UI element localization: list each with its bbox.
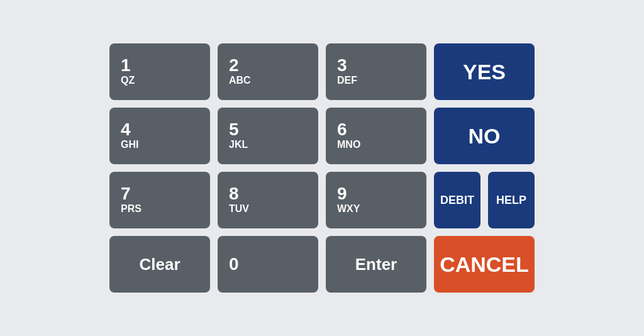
btn-clear[interactable]: Clear	[109, 236, 210, 293]
btn-5-num: 5	[229, 121, 239, 138]
btn-4[interactable]: 4 GHI	[109, 108, 210, 164]
btn-2[interactable]: 2 ABC	[218, 43, 318, 100]
btn-8[interactable]: 8 TUV	[218, 172, 318, 228]
btn-4-letters: GHI	[121, 138, 138, 150]
btn-yes[interactable]: YES	[434, 43, 535, 100]
btn-help[interactable]: HELP	[488, 172, 535, 228]
btn-cancel-label: CANCEL	[440, 252, 529, 277]
btn-no-label: NO	[469, 124, 501, 148]
btn-1-letters: QZ	[121, 74, 135, 86]
btn-debit-label: DEBIT	[440, 194, 474, 207]
btn-debit[interactable]: DEBIT	[434, 172, 480, 228]
btn-9-num: 9	[337, 185, 347, 203]
btn-no[interactable]: NO	[434, 108, 535, 164]
btn-9[interactable]: 9 WXY	[326, 172, 426, 228]
btn-enter[interactable]: Enter	[326, 236, 426, 293]
btn-2-letters: ABC	[229, 74, 251, 86]
btn-7-num: 7	[121, 185, 131, 203]
btn-7-letters: PRS	[121, 203, 142, 215]
debit-help-group: DEBIT HELP	[434, 172, 535, 228]
btn-6[interactable]: 6 MNO	[326, 108, 426, 164]
btn-3-num: 3	[337, 57, 347, 74]
btn-9-letters: WXY	[337, 203, 360, 215]
btn-clear-label: Clear	[139, 255, 180, 274]
btn-enter-label: Enter	[355, 255, 397, 274]
btn-5[interactable]: 5 JKL	[218, 108, 318, 164]
btn-6-letters: MNO	[337, 138, 360, 150]
btn-3-letters: DEF	[337, 74, 357, 86]
btn-0[interactable]: 0	[218, 236, 318, 293]
btn-3[interactable]: 3 DEF	[326, 43, 426, 100]
btn-1[interactable]: 1 QZ	[109, 43, 210, 100]
btn-1-num: 1	[121, 57, 131, 74]
btn-6-num: 6	[337, 121, 347, 138]
btn-cancel[interactable]: CANCEL	[434, 236, 535, 293]
btn-0-num: 0	[229, 255, 239, 273]
btn-help-label: HELP	[496, 194, 526, 207]
keypad-container: 1 QZ 2 ABC 3 DEF YES 4 GHI 5 JKL 6 MNO N…	[109, 43, 535, 293]
btn-4-num: 4	[121, 121, 131, 138]
btn-8-num: 8	[229, 185, 239, 203]
btn-7[interactable]: 7 PRS	[109, 172, 210, 228]
btn-8-letters: TUV	[229, 203, 249, 215]
btn-5-letters: JKL	[229, 138, 248, 150]
btn-2-num: 2	[229, 57, 239, 74]
btn-yes-label: YES	[463, 60, 506, 84]
